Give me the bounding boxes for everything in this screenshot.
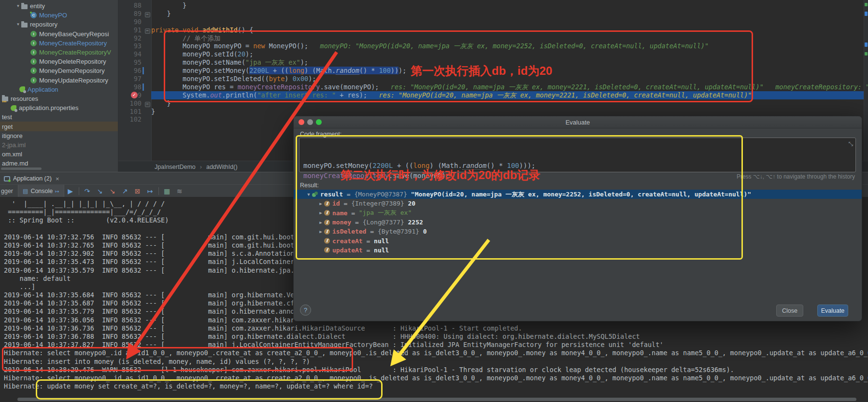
field-icon: f: [324, 247, 330, 253]
evaluate-button[interactable]: Evaluate: [817, 305, 848, 317]
field-icon: f: [324, 238, 330, 244]
tree-item-moneyupdaterepository[interactable]: IMoneyUpdateRepository: [0, 76, 118, 85]
result-tree-row[interactable]: ▼result = {MoneyPO@7387} "MoneyPO(id=20,…: [294, 190, 862, 199]
tab-console[interactable]: ▤ Console ↦: [18, 185, 64, 197]
console-line: 2019-06-14 10:38:29.476 WARN 85632 --- […: [4, 366, 868, 374]
result-tree-row[interactable]: ▶fname = "jpa 一灰灰 ex": [294, 208, 862, 218]
tree-item-application[interactable]: Application: [0, 85, 118, 94]
collapse-expand-icon[interactable]: ⤡: [848, 139, 853, 149]
project-tree-panel[interactable]: ▼entityCMoneyPO▼repositoryIMoneyBaseQuer…: [0, 0, 118, 172]
code-line-97[interactable]: 97 moneyPO.setIsDeleted((byte) 0x00);: [118, 75, 868, 83]
result-tree-row[interactable]: ▶fid = {Integer@7389} 20: [294, 199, 862, 208]
minimize-window-icon[interactable]: [307, 119, 313, 125]
tree-item-test[interactable]: test: [0, 112, 118, 122]
step-out-icon[interactable]: ↗: [119, 187, 131, 195]
result-tree-row[interactable]: fupdateAt = null: [294, 246, 862, 255]
tree-item-label: MoneyCreateRepository: [39, 40, 107, 47]
tree-item-label: MoneyCreateRepositoryV: [39, 49, 111, 56]
tree-item-om-xml[interactable]: om.xml: [0, 150, 118, 159]
tree-item-moneydeleterepository[interactable]: IMoneyDeleteRepository: [0, 57, 118, 66]
tree-item-moneypo[interactable]: CMoneyPO: [0, 11, 118, 20]
console-hscrollbar[interactable]: [17, 398, 856, 401]
result-tree[interactable]: ▼result = {MoneyPO@7387} "MoneyPO(id=20,…: [294, 190, 862, 255]
code-line-96[interactable]: 96 moneyPO.setMoney(2200L + ((long) (Mat…: [118, 67, 868, 75]
code-line-88[interactable]: 88 }: [118, 1, 868, 10]
run-to-cursor-icon[interactable]: ↦: [144, 187, 157, 195]
scroll-to-end-icon[interactable]: ↦: [55, 189, 59, 194]
expand-arrow-icon[interactable]: ▼: [15, 22, 21, 27]
console-line: Hibernate: select moneypo0_.id as id1_0_…: [4, 374, 868, 382]
evaluate-expression-icon[interactable]: ▦: [161, 187, 173, 195]
code-line-94[interactable]: 94 moneyPO.setId(20);: [118, 50, 868, 58]
close-tab-icon[interactable]: ×: [56, 175, 59, 182]
tree-item-rget[interactable]: rget: [0, 122, 118, 131]
close-button[interactable]: Close: [776, 305, 803, 317]
result-tree-row[interactable]: ▶fisDeleted = {Byte@7391} 0: [294, 227, 862, 236]
result-label: Result:: [300, 182, 319, 189]
tree-item-moneycreaterepository[interactable]: IMoneyCreateRepository: [0, 39, 118, 48]
code-line-90[interactable]: 90: [118, 18, 868, 26]
step-into-icon[interactable]: ↘: [94, 187, 106, 195]
tree-item-label: resources: [11, 95, 38, 102]
tree-item-resources[interactable]: resources: [0, 94, 118, 103]
code-fragment-editor[interactable]: moneyPO.setMoney(2200L + ((long) (Math.r…: [299, 138, 856, 172]
close-window-icon[interactable]: [299, 119, 304, 125]
fold-icon[interactable]: −: [145, 28, 150, 34]
breakpoint-hit-icon[interactable]: ✓: [131, 92, 138, 98]
drop-frame-icon[interactable]: ⊠: [131, 187, 144, 195]
tree-item-2-jpa-iml[interactable]: 2-jpa.iml: [0, 140, 118, 150]
expand-arrow-icon[interactable]: ▶: [317, 229, 324, 234]
tree-item-moneycreaterepositoryv[interactable]: IMoneyCreateRepositoryV: [0, 48, 118, 57]
expand-arrow-icon[interactable]: ▶: [317, 220, 324, 225]
code-line-93[interactable]: 93 MoneyPO moneyPO = new MoneyPO(); mone…: [118, 42, 868, 50]
code-line-92[interactable]: 92 // 单个添加: [118, 34, 868, 42]
interface-icon: I: [30, 40, 37, 46]
tree-item-label: Application: [28, 86, 58, 93]
editor-error-stripe[interactable]: [864, 0, 868, 161]
step-over-icon[interactable]: ↷: [81, 187, 94, 195]
force-step-into-icon[interactable]: ↘: [106, 187, 119, 195]
code-fragment-label: Code fragment:: [300, 131, 342, 138]
code-line-91[interactable]: 91−private void addWithId() {: [118, 26, 868, 34]
result-tree-row[interactable]: ▶fmoney = {Long@7377} 2252: [294, 218, 862, 227]
expand-arrow-icon[interactable]: ▼: [15, 4, 21, 8]
dialog-titlebar: Evaluate: [294, 116, 862, 128]
code-line-101[interactable]: 101}: [118, 108, 868, 116]
code-line-99[interactable]: 99 System.out.println("after insert res:…: [118, 91, 868, 99]
error-stripe-mark[interactable]: [865, 12, 868, 16]
result-tree-row[interactable]: fcreateAt = null: [294, 236, 862, 245]
tab-application[interactable]: Application (2) ×: [0, 172, 64, 185]
tab-debugger-partial[interactable]: gger: [0, 188, 18, 194]
error-stripe-mark[interactable]: [865, 42, 868, 47]
fold-icon[interactable]: −: [145, 102, 150, 107]
tree-item-itignore[interactable]: itignore: [0, 131, 118, 140]
code-line-95[interactable]: 95 moneyPO.setName("jpa 一灰灰 ex");: [118, 58, 868, 67]
breadcrumb-class[interactable]: JpaInsertDemo: [155, 164, 196, 170]
tree-item-moneydemorepository[interactable]: IMoneyDemoRepository: [0, 66, 118, 75]
console-icon: ▤: [23, 188, 28, 194]
field-icon: f: [324, 229, 330, 235]
run-window-icon: [4, 176, 10, 181]
tab-application-label: Application (2): [13, 175, 52, 182]
tree-item-repository[interactable]: ▼repository: [0, 20, 118, 29]
tree-item-moneybasequeryreposi[interactable]: IMoneyBaseQueryReposi: [0, 29, 118, 39]
code-line-100[interactable]: 100− }: [118, 99, 868, 108]
tree-item-application-properties[interactable]: application.properties: [0, 103, 118, 112]
project-tree-hscrollbar[interactable]: [1, 167, 42, 170]
fold-icon[interactable]: −: [145, 12, 150, 17]
console-settings-icon[interactable]: ≋: [173, 187, 186, 195]
zoom-window-icon[interactable]: [316, 119, 322, 125]
tree-item-entity[interactable]: ▼entity: [0, 1, 118, 11]
help-button[interactable]: ?: [300, 305, 311, 316]
tree-item-adme-md[interactable]: adme.md: [0, 159, 118, 168]
show-execution-point-icon[interactable]: ▶: [64, 187, 77, 195]
tree-item-label: MoneyBaseQueryReposi: [39, 30, 109, 38]
breadcrumb-method[interactable]: addWithId(): [206, 164, 238, 170]
error-stripe-mark[interactable]: [865, 52, 868, 55]
error-stripe-mark[interactable]: [865, 3, 868, 6]
expand-arrow-icon[interactable]: ▼: [305, 192, 312, 197]
expand-arrow-icon[interactable]: ▶: [317, 201, 324, 206]
expand-arrow-icon[interactable]: ▶: [317, 210, 324, 215]
code-line-98[interactable]: 98 MoneyPO res = moneyCreateRepository.s…: [118, 83, 868, 91]
code-line-89[interactable]: 89− }: [118, 10, 868, 18]
